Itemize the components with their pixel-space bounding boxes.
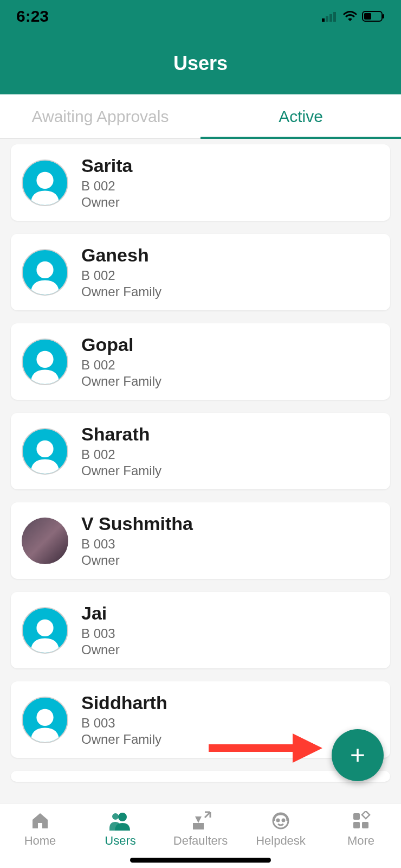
svg-point-7 bbox=[36, 171, 53, 188]
svg-point-16 bbox=[112, 813, 119, 820]
status-icons bbox=[322, 10, 385, 22]
user-role: Owner bbox=[81, 642, 120, 658]
grid-icon bbox=[350, 810, 372, 832]
user-info: Gopal B 002 Owner Family bbox=[81, 334, 161, 389]
svg-point-15 bbox=[118, 813, 127, 821]
user-unit: B 002 bbox=[81, 358, 161, 373]
svg-marker-14 bbox=[293, 733, 322, 763]
user-card[interactable]: Jai B 003 Owner bbox=[11, 592, 390, 668]
status-time: 6:23 bbox=[16, 7, 49, 25]
nav-helpdesk[interactable]: Helpdesk bbox=[248, 810, 313, 848]
svg-rect-13 bbox=[209, 744, 295, 752]
status-bar: 6:23 bbox=[0, 0, 401, 33]
tab-awaiting-approvals[interactable]: Awaiting Approvals bbox=[0, 94, 200, 138]
user-info: Jai B 003 Owner bbox=[81, 603, 120, 658]
svg-rect-2 bbox=[329, 14, 332, 22]
nav-label: More bbox=[347, 834, 374, 848]
nav-label: Defaulters bbox=[173, 834, 228, 848]
user-info: V Sushmitha B 003 Owner bbox=[81, 513, 193, 568]
user-card[interactable]: Sharath B 002 Owner Family bbox=[11, 413, 390, 489]
svg-point-18 bbox=[277, 819, 279, 821]
user-name: Gopal bbox=[81, 334, 161, 355]
defaulters-icon bbox=[190, 810, 211, 832]
nav-label: Users bbox=[105, 834, 135, 848]
home-indicator[interactable] bbox=[130, 858, 271, 863]
avatar-placeholder-icon bbox=[22, 249, 68, 296]
user-unit: B 002 bbox=[81, 447, 161, 462]
avatar-placeholder-icon bbox=[22, 428, 68, 475]
tabs-container: Awaiting Approvals Active bbox=[0, 94, 401, 139]
svg-rect-6 bbox=[383, 14, 384, 18]
wifi-icon bbox=[342, 10, 358, 22]
user-list[interactable]: Sarita B 002 Owner Ganesh B 002 Owner Fa… bbox=[0, 139, 401, 803]
user-role: Owner Family bbox=[81, 284, 161, 299]
avatar-placeholder-icon bbox=[22, 607, 68, 654]
user-role: Owner bbox=[81, 195, 133, 210]
user-name: Sharath bbox=[81, 424, 161, 445]
nav-more[interactable]: More bbox=[328, 810, 393, 848]
add-user-button[interactable]: + bbox=[332, 729, 384, 781]
user-name: Sarita bbox=[81, 155, 133, 176]
bottom-nav: Home Users Defaulters Helpdesk More bbox=[0, 803, 401, 868]
home-icon bbox=[29, 810, 51, 832]
avatar-photo bbox=[22, 518, 68, 564]
svg-point-12 bbox=[36, 709, 53, 725]
user-name: Siddharth bbox=[81, 692, 167, 713]
svg-rect-0 bbox=[322, 18, 325, 22]
nav-label: Home bbox=[24, 834, 56, 848]
nav-label: Helpdesk bbox=[256, 834, 306, 848]
plus-icon: + bbox=[350, 742, 365, 768]
tab-active[interactable]: Active bbox=[200, 94, 401, 138]
avatar-placeholder-icon bbox=[22, 159, 68, 206]
user-role: Owner Family bbox=[81, 732, 167, 747]
page-title: Users bbox=[173, 52, 228, 75]
user-card[interactable]: Ganesh B 002 Owner Family bbox=[11, 234, 390, 310]
user-unit: B 003 bbox=[81, 537, 193, 552]
svg-rect-1 bbox=[326, 16, 328, 22]
svg-point-10 bbox=[36, 440, 53, 457]
tab-label: Active bbox=[279, 107, 323, 126]
battery-icon bbox=[362, 11, 385, 22]
svg-point-11 bbox=[36, 619, 53, 636]
users-icon bbox=[109, 810, 131, 832]
user-card[interactable]: V Sushmitha B 003 Owner bbox=[11, 502, 390, 579]
user-name: V Sushmitha bbox=[81, 513, 193, 534]
avatar-placeholder-icon bbox=[22, 339, 68, 385]
svg-point-8 bbox=[36, 261, 53, 278]
nav-users[interactable]: Users bbox=[88, 810, 153, 848]
user-role: Owner Family bbox=[81, 463, 161, 478]
user-unit: B 002 bbox=[81, 268, 161, 283]
svg-rect-21 bbox=[362, 822, 368, 828]
annotation-arrow-icon bbox=[209, 733, 322, 765]
user-name: Jai bbox=[81, 603, 120, 624]
headset-icon bbox=[270, 810, 292, 832]
user-name: Ganesh bbox=[81, 245, 161, 266]
user-role: Owner bbox=[81, 553, 193, 568]
svg-point-9 bbox=[36, 350, 53, 367]
user-unit: B 003 bbox=[81, 716, 167, 731]
cellular-icon bbox=[322, 11, 338, 22]
app-header: Users bbox=[0, 33, 401, 94]
svg-rect-20 bbox=[353, 813, 360, 820]
user-role: Owner Family bbox=[81, 374, 161, 389]
user-card[interactable]: Gopal B 002 Owner Family bbox=[11, 323, 390, 400]
svg-rect-23 bbox=[362, 811, 370, 819]
svg-rect-3 bbox=[333, 12, 336, 22]
user-info: Ganesh B 002 Owner Family bbox=[81, 245, 161, 299]
user-card[interactable]: Sarita B 002 Owner bbox=[11, 144, 390, 221]
user-unit: B 003 bbox=[81, 626, 120, 641]
user-info: Sharath B 002 Owner Family bbox=[81, 424, 161, 478]
nav-defaulters[interactable]: Defaulters bbox=[168, 810, 233, 848]
user-card-partial[interactable] bbox=[11, 771, 390, 782]
user-unit: B 002 bbox=[81, 178, 133, 194]
user-info: Siddharth B 003 Owner Family bbox=[81, 692, 167, 747]
svg-point-19 bbox=[282, 819, 284, 821]
svg-rect-22 bbox=[353, 822, 360, 828]
nav-home[interactable]: Home bbox=[8, 810, 73, 848]
svg-rect-5 bbox=[364, 13, 371, 20]
avatar-placeholder-icon bbox=[22, 697, 68, 743]
tab-label: Awaiting Approvals bbox=[32, 107, 169, 126]
user-info: Sarita B 002 Owner bbox=[81, 155, 133, 210]
